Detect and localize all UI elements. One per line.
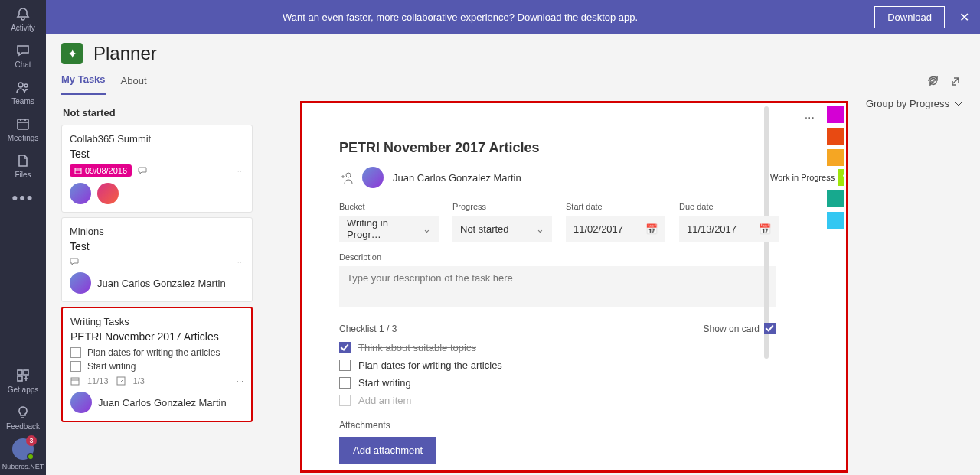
banner-close-icon[interactable]: ✕: [952, 10, 975, 24]
svg-point-0: [18, 83, 23, 87]
tab-mytasks[interactable]: My Tasks: [61, 69, 106, 95]
rail-user-avatar[interactable]: 3: [12, 438, 34, 460]
avatar: [362, 167, 384, 188]
start-date-value: 11/02/2017: [573, 223, 623, 235]
label-color[interactable]: [827, 106, 844, 123]
svg-rect-4: [24, 370, 28, 375]
label-color-strip: Work in Progress ✓: [770, 106, 844, 233]
rail-more[interactable]: •••: [11, 184, 34, 213]
label-color-selected[interactable]: Work in Progress ✓: [770, 169, 844, 186]
chevron-down-icon: [954, 99, 963, 109]
due-date-value: 11/13/2017: [687, 223, 737, 235]
task-card[interactable]: Collab365 Summit Test 09/08/2016 ···: [61, 125, 253, 213]
calendar-icon: 📅: [759, 223, 771, 235]
label-color[interactable]: [827, 190, 844, 207]
rail-feedback[interactable]: Feedback: [0, 399, 46, 435]
avatar: [70, 183, 91, 204]
assignee-name: Juan Carlos Gonzalez Martin: [393, 172, 521, 184]
field-label: Bucket: [339, 202, 439, 211]
field-label: Progress: [452, 202, 552, 211]
card-bucket: Minions: [70, 226, 244, 237]
chevron-down-icon: ⌄: [536, 223, 544, 235]
checklist-item[interactable]: Think about suitable topics: [339, 339, 809, 356]
checkbox[interactable]: [339, 360, 351, 371]
rail-getapps[interactable]: Get apps: [0, 362, 46, 399]
due-date-input[interactable]: 11/13/2017 📅: [679, 216, 779, 242]
svg-rect-6: [75, 168, 81, 174]
comments-icon: [138, 166, 147, 175]
task-title[interactable]: PETRI November 2017 Articles: [339, 140, 809, 156]
group-by-dropdown[interactable]: Group by Progress: [866, 98, 963, 109]
checkbox[interactable]: [339, 377, 351, 389]
card-task-name: Test: [70, 240, 244, 252]
card-more-icon[interactable]: ···: [237, 257, 244, 266]
download-button[interactable]: Download: [874, 6, 945, 28]
popout-icon[interactable]: [949, 75, 962, 89]
calendar-icon: [15, 116, 31, 132]
card-more-icon[interactable]: ···: [237, 166, 244, 175]
banner-message: Want an even faster, more collaborative …: [46, 11, 874, 23]
checklist-preview: Plan dates for writing the articles: [70, 347, 243, 358]
description-input[interactable]: [339, 266, 776, 307]
assignee-row: Juan Carlos Gonzalez Martin: [70, 272, 244, 294]
card-more-icon[interactable]: ···: [237, 376, 243, 386]
svg-rect-2: [18, 119, 28, 129]
task-card[interactable]: Minions Test ··· Juan Carlos Gonzalez Ma…: [61, 217, 253, 302]
rail-activity[interactable]: Activity: [0, 0, 46, 37]
checklist-add-item[interactable]: Add an item: [339, 392, 809, 409]
tab-about[interactable]: About: [121, 70, 147, 94]
column-not-started: Not started Collab365 Summit Test 09/08/…: [61, 102, 253, 475]
svg-rect-3: [18, 370, 22, 375]
download-banner: Want an even faster, more collaborative …: [46, 0, 980, 34]
label-color[interactable]: [827, 149, 844, 166]
task-card-selected[interactable]: Writing Tasks PETRI November 2017 Articl…: [61, 307, 253, 422]
checkbox[interactable]: [339, 342, 351, 353]
rail-label: Feedback: [6, 422, 40, 431]
check-icon: ✓: [841, 168, 846, 181]
checklist-item[interactable]: Start writing: [339, 374, 809, 392]
svg-rect-8: [117, 377, 125, 385]
assignee-row: [70, 183, 244, 204]
rail-meetings[interactable]: Meetings: [0, 110, 46, 147]
assignee-name: Juan Carlos Gonzalez Martin: [98, 397, 227, 408]
add-attachment-button[interactable]: Add attachment: [339, 437, 436, 464]
rail-teams[interactable]: Teams: [0, 73, 46, 110]
label-color[interactable]: [827, 128, 844, 145]
files-icon: [15, 153, 31, 168]
bucket-select[interactable]: Writing in Progr… ⌄: [339, 216, 439, 242]
progress-select[interactable]: Not started ⌄: [452, 216, 552, 242]
field-label: Attachments: [339, 420, 809, 431]
chevron-down-icon: ⌄: [423, 223, 431, 235]
assignee-row: Juan Carlos Gonzalez Martin: [70, 392, 243, 413]
label-text: Work in Progress: [770, 173, 835, 182]
card-progress: 1/3: [133, 376, 145, 386]
label-color[interactable]: [827, 212, 844, 229]
due-date: 09/08/2016: [85, 166, 127, 175]
svg-rect-5: [18, 376, 22, 381]
svg-point-9: [346, 173, 351, 177]
field-label: Start date: [566, 202, 665, 211]
svg-point-1: [24, 84, 28, 87]
start-date-input[interactable]: 11/02/2017 📅: [566, 216, 665, 242]
chat-icon: [15, 43, 31, 58]
rail-label: Meetings: [8, 134, 39, 142]
bucket-value: Writing in Progr…: [347, 217, 423, 240]
app-header: ✦ Planner: [46, 34, 980, 64]
show-on-card-checkbox[interactable]: [764, 323, 776, 334]
group-by-label: Group by Progress: [866, 98, 949, 109]
progress-value: Not started: [460, 223, 509, 235]
presence-indicator: [27, 453, 34, 460]
rail-files[interactable]: Files: [0, 147, 46, 184]
add-item-placeholder: Add an item: [358, 395, 411, 406]
rail-chat[interactable]: Chat: [0, 37, 46, 73]
app-rail: Activity Chat Teams Meetings Files ••• G…: [0, 0, 46, 475]
notification-badge: 3: [26, 435, 37, 446]
checklist-item[interactable]: Plan dates for writing the articles: [339, 356, 809, 374]
rail-label: Files: [15, 171, 31, 179]
due-chip: 09/08/2016: [70, 164, 132, 177]
add-person-icon: [339, 171, 353, 184]
checklist-item-text: Plan dates for writing the articles: [87, 347, 220, 358]
refresh-icon[interactable]: [926, 75, 939, 89]
assignee-line[interactable]: Juan Carlos Gonzalez Martin: [339, 167, 809, 188]
card-task-name: Test: [70, 148, 244, 160]
